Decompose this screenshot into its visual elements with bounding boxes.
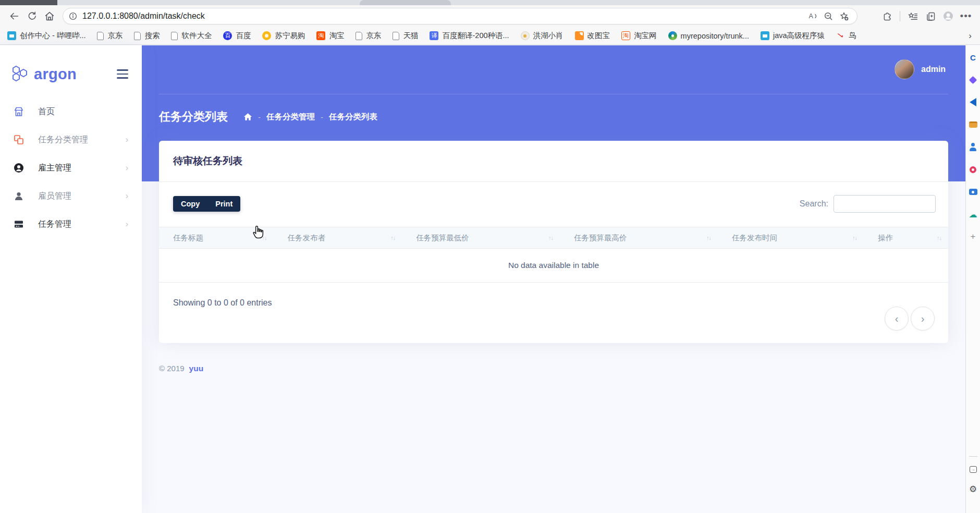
bookmark-item[interactable]: 京东	[97, 31, 123, 41]
sort-icon[interactable]: ↑↓	[852, 235, 857, 241]
person-tool-icon[interactable]	[969, 142, 978, 152]
bookmark-item[interactable]: 鸟	[836, 31, 856, 41]
bookmark-item[interactable]: myrepository/trunk...	[668, 31, 749, 40]
bookmark-item[interactable]: 淘宝	[316, 31, 344, 41]
camera-tool-icon[interactable]	[969, 187, 978, 197]
profile-avatar-icon	[942, 10, 954, 22]
username: admin	[921, 65, 946, 74]
sort-icon[interactable]: ↑↓	[390, 235, 395, 241]
sidebar-item-task[interactable]: 任务管理 ›	[0, 210, 142, 238]
column-header-publish-time[interactable]: 任务发布时间↑↓	[718, 227, 864, 249]
url-text[interactable]: 127.0.0.1:8080/admin/task/check	[82, 11, 805, 21]
extensions-button[interactable]	[878, 7, 896, 25]
sort-icon[interactable]: ↑↓	[937, 235, 941, 241]
add-favorite-button[interactable]	[836, 8, 852, 24]
zoom-out-icon	[823, 11, 834, 21]
browser-profile-button[interactable]	[939, 7, 957, 25]
print-button[interactable]: Print	[207, 196, 240, 212]
page-icon	[356, 32, 362, 40]
baidu-translate-icon	[430, 31, 438, 40]
add-tool-icon[interactable]	[969, 232, 978, 241]
bookmark-item[interactable]: 百度翻译-200种语...	[430, 31, 509, 41]
navbar-divider	[159, 94, 948, 94]
sidebar-item-home[interactable]: 首页	[0, 97, 142, 126]
bookmark-item[interactable]: 天猫	[393, 31, 418, 41]
bookmark-item[interactable]: 搜索	[134, 31, 160, 41]
settings-gear-icon[interactable]	[969, 484, 978, 494]
search-input[interactable]	[834, 195, 936, 213]
page-icon	[134, 32, 141, 40]
breadcrumb-separator: -	[321, 113, 323, 121]
back-button[interactable]	[5, 7, 23, 25]
repo-swirl-icon	[668, 31, 677, 40]
home-icon	[44, 10, 55, 22]
column-header-title[interactable]: 任务标题↑↓	[159, 227, 274, 249]
footer-brand-link[interactable]: yuu	[189, 364, 204, 373]
blue-shape-tool-icon[interactable]	[969, 97, 978, 107]
ellipsis-icon: •••	[960, 10, 972, 22]
read-aloud-icon: A	[807, 11, 818, 21]
chevron-right-icon: ›	[126, 219, 128, 229]
search-label: Search:	[800, 199, 828, 209]
page-icon	[171, 32, 178, 40]
table-info-text: Showing 0 to 0 of 0 entries	[173, 298, 272, 308]
user-menu[interactable]: admin	[895, 59, 946, 79]
sidebar-toggle-button[interactable]	[117, 69, 128, 79]
read-aloud-button[interactable]: A	[805, 8, 820, 24]
sidebar-item-employee[interactable]: 雇员管理 ›	[0, 182, 142, 210]
copy-button[interactable]: Copy	[173, 196, 207, 212]
bookmark-item[interactable]: java高级程序猿	[761, 31, 825, 41]
bookmark-item[interactable]: 百度	[223, 31, 251, 41]
chevron-right-icon: ›	[126, 135, 128, 144]
address-bar[interactable]: 127.0.0.1:8080/admin/task/check A	[63, 8, 858, 25]
refresh-button[interactable]	[23, 7, 41, 25]
bookmark-item[interactable]: 洪湖小肖	[521, 31, 564, 41]
pagination-prev-button[interactable]: ‹	[885, 307, 909, 331]
column-header-max-budget[interactable]: 任务预算最高价↑↓	[560, 227, 718, 249]
sort-icon[interactable]: ↑↓	[706, 235, 711, 241]
avatar[interactable]	[895, 59, 914, 79]
page-title: 任务分类列表	[159, 109, 228, 125]
pagination-next-button[interactable]: ›	[911, 307, 935, 331]
toolbox-icon[interactable]	[969, 120, 978, 129]
breadcrumb-link[interactable]: 任务分类管理	[266, 112, 315, 123]
site-info-icon[interactable]	[68, 11, 78, 21]
column-header-publisher[interactable]: 任务发布者↑↓	[274, 227, 402, 249]
star-tool-icon[interactable]	[969, 75, 978, 84]
zoom-out-button[interactable]	[820, 8, 836, 24]
bookmark-item[interactable]: 淘宝网	[621, 31, 657, 41]
bookmark-item[interactable]: 改图宝	[575, 31, 610, 41]
browser-menu-button[interactable]: •••	[957, 7, 975, 25]
bookmark-item[interactable]: 创作中心 - 哔哩哔...	[7, 31, 85, 41]
bookmark-item[interactable]: 苏宁易购	[262, 31, 305, 41]
page-icon	[393, 32, 399, 40]
chevron-right-icon: ›	[126, 191, 128, 201]
favorites-button[interactable]	[904, 7, 922, 25]
shop-icon	[14, 106, 24, 117]
collections-button[interactable]	[922, 7, 939, 25]
browser-toolbar: 127.0.0.1:8080/admin/task/check A •••	[0, 5, 980, 27]
tab-strip-dark-segment	[0, 0, 57, 5]
copilot-icon[interactable]	[969, 53, 978, 62]
data-table: 任务标题↑↓ 任务发布者↑↓ 任务预算最低价↑↓ 任务预算最高价↑↓ 任务发布时…	[159, 227, 948, 283]
sidebar-item-employer[interactable]: 雇主管理 ›	[0, 154, 142, 182]
bookmark-item[interactable]: 软件大全	[171, 31, 212, 41]
sort-icon[interactable]: ↑↓	[548, 235, 553, 241]
task-cards-icon	[14, 219, 24, 229]
bookmarks-overflow-chevron[interactable]: ›	[969, 31, 973, 41]
bookmark-item[interactable]: 京东	[356, 31, 381, 41]
refresh-icon	[26, 10, 38, 22]
cloud-tool-icon[interactable]	[969, 210, 978, 219]
ring-tool-icon[interactable]	[969, 165, 978, 174]
svg-text:A: A	[809, 13, 814, 20]
sort-icon[interactable]: ↑↓	[262, 235, 267, 241]
open-panel-icon[interactable]	[970, 466, 977, 473]
argon-logo-text[interactable]: argon	[34, 66, 77, 83]
home-button[interactable]	[41, 7, 58, 25]
card-header: 待审核任务列表	[159, 141, 948, 182]
column-header-min-budget[interactable]: 任务预算最低价↑↓	[402, 227, 560, 249]
breadcrumb-home-icon[interactable]	[243, 113, 252, 121]
sidebar-item-task-category[interactable]: 任务分类管理 ›	[0, 126, 142, 154]
red-bird-icon	[836, 31, 845, 40]
column-header-actions[interactable]: 操作↑↓	[864, 227, 948, 249]
